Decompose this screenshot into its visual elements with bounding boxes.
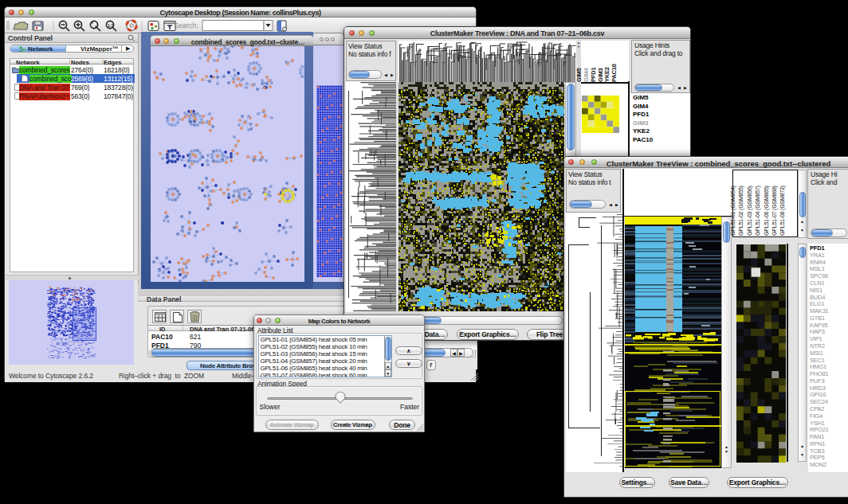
svg-text:1:1: 1:1 xyxy=(108,23,113,28)
svg-text:Search:: Search: xyxy=(174,21,198,29)
